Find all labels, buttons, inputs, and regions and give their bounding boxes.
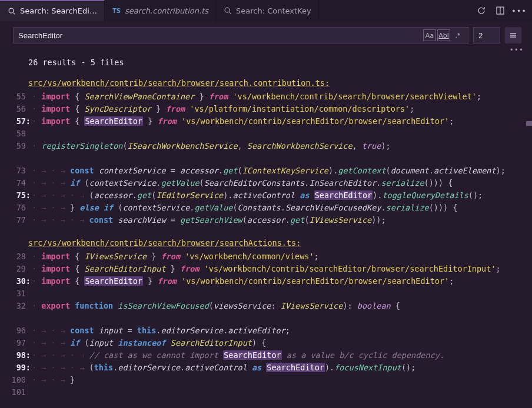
regex-toggle[interactable]: .* <box>451 29 464 41</box>
line-number: 32 <box>6 300 32 312</box>
tab-file-ts[interactable]: TS search.contribution.ts <box>105 0 216 21</box>
svg-line-3 <box>230 12 231 14</box>
tab-label: search.contribution.ts <box>125 6 208 15</box>
results-area: 26 results - 5 files src/vs/workbench/co… <box>0 55 532 399</box>
search-input[interactable] <box>18 31 422 40</box>
more-icon[interactable]: ••• <box>514 6 524 15</box>
line-number: 56 <box>6 103 32 115</box>
line-content: · → · → if (contextService.getValue(Sear… <box>32 177 532 189</box>
scrollbar-mark <box>526 121 532 126</box>
result-line[interactable]: 58 <box>0 128 532 140</box>
result-line[interactable]: 29· import { SearchEditorInput } from 'v… <box>0 263 532 275</box>
more-options-ellipsis[interactable]: ••• <box>0 46 532 55</box>
line-number: 31 <box>6 287 32 300</box>
result-line[interactable]: 56· import { SyncDescriptor } from 'vs/p… <box>0 103 532 115</box>
result-line[interactable]: 59· registerSingleton(ISearchWorkbenchSe… <box>0 140 532 152</box>
line-number: 57 <box>6 115 32 128</box>
line-content: · → · → if (input instanceof SearchEdito… <box>32 337 532 349</box>
match-case-toggle[interactable]: Aa <box>423 29 436 41</box>
result-line[interactable]: 98· → · → · → // cast as we cannot impor… <box>0 349 532 362</box>
line-content: · → · → const contextService = accessor.… <box>32 165 532 177</box>
line-content: · import { SyncDescriptor } from 'vs/pla… <box>32 103 532 115</box>
line-number: 77 <box>6 214 32 226</box>
result-line[interactable]: 32· export function isSearchViewFocused(… <box>0 300 532 312</box>
result-line[interactable]: 55· import { SearchViewPaneContainer } f… <box>0 91 532 103</box>
ts-file-icon: TS <box>112 6 121 15</box>
result-line[interactable]: 30· import { SearchEditor } from 'vs/wor… <box>0 275 532 287</box>
svg-point-0 <box>9 8 14 13</box>
result-line[interactable]: 28· import { IViewsService } from 'vs/wo… <box>0 250 532 263</box>
line-content: · → · → · → (accessor.get(IEditorService… <box>32 189 532 202</box>
tab-search-contextkey[interactable]: Search: ContextKey <box>216 0 319 21</box>
line-number: 29 <box>6 263 32 275</box>
line-number: 75 <box>6 189 32 202</box>
line-number: 100 <box>6 374 32 386</box>
result-line[interactable]: 101 <box>0 386 532 399</box>
result-line[interactable]: 75· → · → · → (accessor.get(IEditorServi… <box>0 189 532 202</box>
line-content: · → · → · → const searchView = getSearch… <box>32 214 532 226</box>
line-content: · → · → } else if (contextService.getVal… <box>32 202 532 214</box>
result-line[interactable]: 76· → · → } else if (contextService.getV… <box>0 202 532 214</box>
tab-search-editor[interactable]: Search: SearchEdi… <box>0 0 105 21</box>
file-header[interactable]: src/vs/workbench/contrib/search/browser/… <box>0 237 532 250</box>
line-content: · → · → · → (this.editorService.activeCo… <box>32 362 532 374</box>
result-line[interactable]: 100· → · → } <box>0 374 532 386</box>
editor-tabs: Search: SearchEdi… TS search.contributio… <box>0 0 532 21</box>
result-line[interactable]: 97· → · → if (input instanceof SearchEdi… <box>0 337 532 349</box>
line-content: · export function isSearchViewFocused(vi… <box>32 300 532 312</box>
line-content: · import { IViewsService } from 'vs/work… <box>32 250 532 263</box>
context-lines-input[interactable] <box>473 27 500 44</box>
line-number: 30 <box>6 275 32 287</box>
line-number: 76 <box>6 202 32 214</box>
result-line[interactable]: 57· import { SearchEditor } from 'vs/wor… <box>0 115 532 128</box>
svg-line-1 <box>14 12 15 14</box>
line-number: 73 <box>6 165 32 177</box>
search-icon <box>223 6 232 15</box>
result-line[interactable]: 74· → · → if (contextService.getValue(Se… <box>0 177 532 189</box>
split-editor-icon[interactable] <box>496 6 505 15</box>
line-content: · → · → const input = this.editorService… <box>32 325 532 337</box>
svg-point-2 <box>225 8 230 12</box>
line-content: · → · → } <box>32 374 532 386</box>
tab-label: Search: SearchEdi… <box>20 6 97 15</box>
line-content: · import { SearchEditorInput } from 'vs/… <box>32 263 532 275</box>
line-number: 96 <box>6 325 32 337</box>
tab-actions: ••• <box>468 6 532 15</box>
file-header[interactable]: src/vs/workbench/contrib/search/browser/… <box>0 77 532 91</box>
line-number: 55 <box>6 91 32 103</box>
toggle-details-button[interactable] <box>505 27 521 44</box>
line-content: · registerSingleton(ISearchWorkbenchServ… <box>32 140 532 152</box>
line-content: · import { SearchViewPaneContainer } fro… <box>32 91 532 103</box>
search-header: Aa Abl .* <box>0 21 532 46</box>
line-content: · import { SearchEditor } from 'vs/workb… <box>32 275 532 287</box>
result-line[interactable]: 99· → · → · → (this.editorService.active… <box>0 362 532 374</box>
result-line[interactable]: 31 <box>0 287 532 300</box>
line-number: 99 <box>6 362 32 374</box>
tab-label: Search: ContextKey <box>236 6 311 15</box>
search-icon <box>7 6 16 16</box>
line-content: · → · → · → // cast as we cannot import … <box>32 349 532 362</box>
search-input-wrap: Aa Abl .* <box>13 27 468 44</box>
results-summary: 26 results - 5 files <box>0 56 532 77</box>
line-number: 98 <box>6 349 32 362</box>
line-number: 59 <box>6 140 32 152</box>
line-number: 58 <box>6 128 32 140</box>
refresh-icon[interactable] <box>477 6 486 15</box>
result-line[interactable]: 73· → · → const contextService = accesso… <box>0 165 532 177</box>
line-number: 97 <box>6 337 32 349</box>
line-content: · import { SearchEditor } from 'vs/workb… <box>32 115 532 128</box>
result-line[interactable]: 96· → · → const input = this.editorServi… <box>0 325 532 337</box>
result-line[interactable]: 77· → · → · → const searchView = getSear… <box>0 214 532 226</box>
match-word-toggle[interactable]: Abl <box>437 29 450 41</box>
line-number: 101 <box>6 386 32 399</box>
line-number: 74 <box>6 177 32 189</box>
line-number: 28 <box>6 250 32 263</box>
